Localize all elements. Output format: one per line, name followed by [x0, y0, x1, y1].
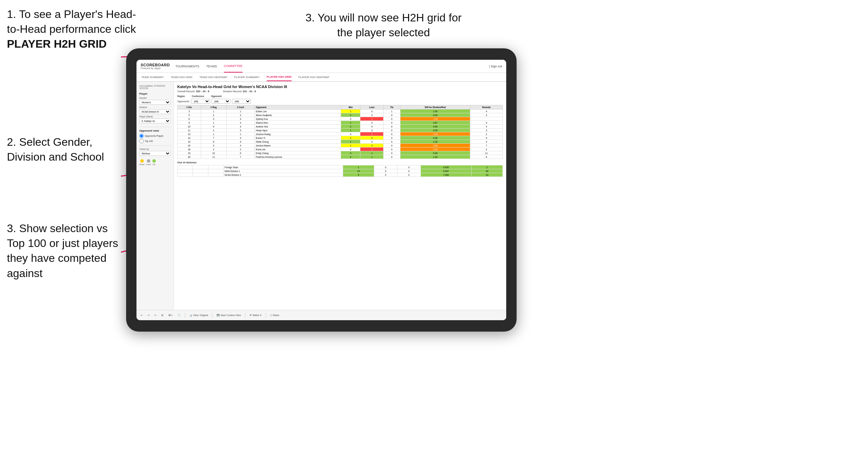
toolbar-watch[interactable]: 👁 Watch ▾ — [248, 313, 263, 317]
subnav-team-summary[interactable]: TEAM SUMMARY — [141, 73, 164, 81]
table-row: 20 11 7 Federica Domecq Lacroze 2 1 0 1.… — [178, 155, 503, 159]
td-win: 1 — [341, 113, 360, 117]
td-rounds: 3 — [470, 121, 503, 125]
td-div — [178, 165, 193, 169]
subnav-team-h2h-grid[interactable]: TEAM H2H GRID — [171, 73, 192, 81]
toolbar-paste[interactable]: ⌘↩ — [167, 313, 174, 317]
subnav-player-h2h-heatmap[interactable]: PLAYER H2H HEATMAP — [299, 73, 330, 81]
td-div: 19 — [178, 151, 201, 155]
td-conf: 3 — [226, 125, 255, 128]
sidebar-colour-by-label: Colour by — [139, 148, 171, 150]
sidebar-gender-label: Gender — [139, 97, 171, 99]
td-loss: 2 — [360, 144, 383, 147]
td-reg: 2 — [201, 128, 226, 132]
td-reg: 2 — [201, 147, 226, 151]
td-reg: 1 — [201, 121, 226, 125]
td-div: 14 — [178, 136, 201, 140]
sidebar-player-rank-select[interactable]: 8. Katelyn Vo — [139, 118, 171, 123]
toolbar-undo2[interactable]: ↪ — [146, 313, 151, 317]
toolbar-undo[interactable]: ↩ — [139, 313, 144, 317]
toolbar-view-original[interactable]: 📊 View: Original — [188, 313, 209, 317]
td-opponent: NCAA Division 2 — [223, 173, 343, 177]
td-win: 1 — [343, 165, 374, 169]
nav-bar: SCOREBOARD Powered by clippd TOURNAMENTS… — [136, 60, 506, 73]
td-opponent: Eunice Yi — [255, 136, 341, 140]
td-tie: 1 — [383, 109, 400, 113]
instruction-step3-right: 3. You will now see H2H grid for the pla… — [301, 10, 466, 40]
subnav-player-h2h-grid[interactable]: PLAYER H2H GRID — [267, 73, 292, 81]
nav-teams[interactable]: TEAMS — [206, 60, 217, 73]
td-win: 1 — [341, 109, 360, 113]
toolbar-clock[interactable]: 🕐 — [176, 313, 182, 317]
sidebar-radio-top100[interactable]: Top 100 — [139, 139, 171, 143]
sidebar-radio-opponents[interactable]: Opponents Played — [139, 134, 171, 138]
sidebar-colour-by-select[interactable]: Win/loss — [139, 151, 171, 156]
td-conf: 2 — [226, 147, 255, 151]
td-opponent: Stella Cheng — [255, 140, 341, 144]
td-reg: 1 — [201, 132, 226, 136]
toolbar-copy[interactable]: ⊞ — [160, 313, 165, 317]
td-win: 2 — [341, 136, 360, 140]
nav-tournaments[interactable]: TOURNAMENTS — [175, 60, 199, 73]
toolbar-divider4 — [266, 313, 266, 318]
td-conf: 1 — [226, 132, 255, 136]
sidebar-division-select[interactable]: NCAA Division III — [139, 109, 171, 114]
conference-select[interactable]: (All) — [211, 99, 230, 104]
td-win: 1 — [341, 144, 360, 147]
subnav-team-h2h-heatmap[interactable]: TEAM H2H HEATMAP — [199, 73, 227, 81]
subnav-player-summary[interactable]: PLAYER SUMMARY — [234, 73, 260, 81]
td-rounds: 3 — [470, 113, 503, 117]
out-of-division-header: Out of division — [177, 161, 503, 164]
logo: SCOREBOARD Powered by clippd — [141, 63, 170, 69]
td-diff: -1.00 — [400, 117, 470, 121]
table-row: 10 6 3 Andrea York 2 0 0 4.00 4 — [178, 125, 503, 128]
td-opponent: Sydney Kuo — [255, 117, 341, 121]
td-reg: 1 — [201, 109, 226, 113]
sidebar-gender-select[interactable]: Women's — [139, 100, 171, 105]
nav-sign-out[interactable]: | Sign out — [489, 65, 502, 68]
bottom-toolbar: ↩ ↪ ↩ ⊞ ⌘↩ 🕐 📊 View: Original 💾 Save Cus… — [136, 310, 506, 320]
td-loss: 0 — [374, 165, 397, 169]
td-tie: 0 — [383, 132, 400, 136]
td-diff: 3.33 — [400, 128, 470, 132]
td-tie: 0 — [383, 136, 400, 140]
td-reg: 10 — [201, 151, 226, 155]
toolbar-redo[interactable]: ↩ — [153, 313, 158, 317]
td-diff: 7.400 — [421, 173, 471, 177]
td-reg — [193, 173, 208, 177]
td-loss: 1 — [360, 117, 383, 121]
td-conf: 4 — [226, 136, 255, 140]
instruction-step1: 1. To see a Player's Head-to-Head perfor… — [7, 7, 138, 52]
td-win: 2 — [341, 125, 360, 128]
table-row: 11 2 5 Heejo Hyun 1 0 0 3.33 3 — [178, 128, 503, 132]
toolbar-save-custom[interactable]: 💾 Save Custom View — [215, 313, 242, 317]
td-conf: 3 — [226, 117, 255, 121]
toolbar-share[interactable]: ⬡ Share — [269, 313, 281, 317]
toolbar-divider1 — [185, 313, 185, 318]
td-reg: 6 — [201, 125, 226, 128]
th-loss: Loss — [360, 105, 383, 109]
td-diff: 4.500 — [421, 165, 471, 169]
td-loss: 1 — [360, 155, 383, 159]
table-row: 6 3 3 Sydney Kuo 0 1 0 -1.00 — [178, 117, 503, 121]
td-tie: 0 — [383, 155, 400, 159]
th-rounds: Rounds — [470, 105, 503, 109]
nav-committee[interactable]: COMMITTEE — [224, 60, 243, 73]
td-rounds: 30 — [471, 169, 502, 173]
region-select[interactable]: (All) — [191, 99, 210, 104]
td-conf: 4 — [226, 144, 255, 147]
td-tie: 0 — [397, 165, 421, 169]
td-win: 0 — [341, 132, 360, 136]
td-tie: 0 — [397, 169, 421, 173]
td-div: 20 — [178, 155, 201, 159]
td-conf: 1 — [226, 109, 255, 113]
up-dot — [152, 159, 156, 163]
sidebar-opponent-view-label: Opponent view — [139, 129, 171, 132]
td-div: 10 — [178, 125, 201, 128]
th-reg: # Reg — [201, 105, 226, 109]
opponent-select[interactable]: (All) — [232, 99, 251, 104]
td-diff: 0.38 — [400, 136, 470, 140]
td-loss: 0 — [374, 169, 397, 173]
td-opponent: Heejo Hyun — [255, 128, 341, 132]
grid-title: Katelyn Vo Head-to-Head Grid for Women's… — [177, 85, 503, 89]
